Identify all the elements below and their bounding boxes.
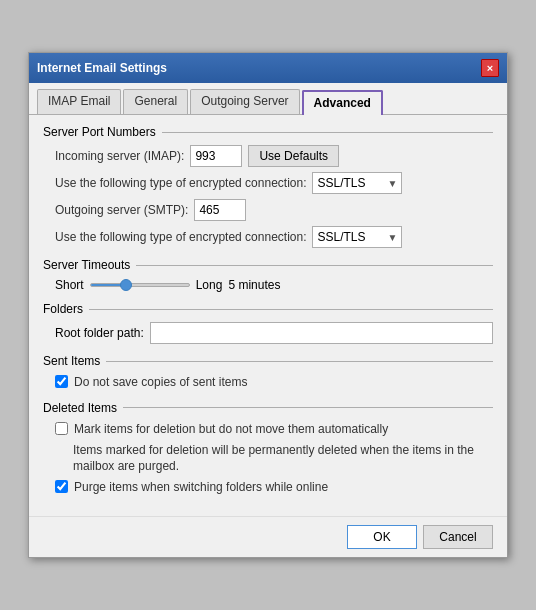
incoming-server-label: Incoming server (IMAP):: [55, 149, 184, 163]
close-button[interactable]: ×: [481, 59, 499, 77]
sent-items-checkbox[interactable]: [55, 375, 68, 388]
chevron-down-icon-2: ▼: [388, 232, 398, 243]
sent-items-section: Sent Items Do not save copies of sent it…: [43, 354, 493, 391]
incoming-server-row: Incoming server (IMAP): Use Defaults: [43, 145, 493, 167]
window-title: Internet Email Settings: [37, 61, 167, 75]
outgoing-server-input[interactable]: [194, 199, 246, 221]
encrypt-row-2: Use the following type of encrypted conn…: [43, 226, 493, 248]
deleted-items-header: Deleted Items: [43, 401, 493, 415]
folders-header: Folders: [43, 302, 493, 316]
tab-bar: IMAP Email General Outgoing Server Advan…: [29, 83, 507, 115]
timeout-row: Short Long 5 minutes: [43, 278, 493, 292]
short-label: Short: [55, 278, 84, 292]
dialog-window: Internet Email Settings × IMAP Email Gen…: [28, 52, 508, 558]
sent-items-checkbox-label: Do not save copies of sent items: [74, 374, 247, 391]
deleted-items-checkbox-label-2: Purge items when switching folders while…: [74, 479, 328, 496]
cancel-button[interactable]: Cancel: [423, 525, 493, 549]
tab-advanced[interactable]: Advanced: [302, 90, 383, 115]
encrypt-value-2: SSL/TLS: [317, 230, 365, 244]
use-defaults-button[interactable]: Use Defaults: [248, 145, 339, 167]
chevron-down-icon-1: ▼: [388, 178, 398, 189]
long-label: Long: [196, 278, 223, 292]
outgoing-server-row: Outgoing server (SMTP):: [43, 199, 493, 221]
incoming-server-input[interactable]: [190, 145, 242, 167]
dialog-footer: OK Cancel: [29, 516, 507, 557]
encrypt-select-1[interactable]: SSL/TLS ▼: [312, 172, 402, 194]
title-bar: Internet Email Settings ×: [29, 53, 507, 83]
timeout-slider[interactable]: [90, 283, 190, 287]
deleted-items-section: Deleted Items Mark items for deletion bu…: [43, 401, 493, 496]
folders-section: Folders Root folder path:: [43, 302, 493, 344]
tab-content: Server Port Numbers Incoming server (IMA…: [29, 115, 507, 516]
root-folder-label: Root folder path:: [55, 326, 144, 340]
root-folder-row: Root folder path:: [43, 322, 493, 344]
sent-items-checkbox-row: Do not save copies of sent items: [43, 374, 493, 391]
tab-imap-email[interactable]: IMAP Email: [37, 89, 121, 114]
server-port-header: Server Port Numbers: [43, 125, 493, 139]
deleted-items-checkbox-2[interactable]: [55, 480, 68, 493]
deleted-items-checkbox-1[interactable]: [55, 422, 68, 435]
duration-label: 5 minutes: [228, 278, 280, 292]
server-port-section: Server Port Numbers Incoming server (IMA…: [43, 125, 493, 248]
deleted-items-info: Items marked for deletion will be perman…: [43, 442, 493, 476]
server-timeouts-section: Server Timeouts Short Long 5 minutes: [43, 258, 493, 292]
tab-outgoing-server[interactable]: Outgoing Server: [190, 89, 299, 114]
tab-general[interactable]: General: [123, 89, 188, 114]
ok-button[interactable]: OK: [347, 525, 417, 549]
encrypt-label-2: Use the following type of encrypted conn…: [55, 230, 306, 244]
root-folder-input[interactable]: [150, 322, 493, 344]
encrypt-label-1: Use the following type of encrypted conn…: [55, 176, 306, 190]
encrypt-select-2[interactable]: SSL/TLS ▼: [312, 226, 402, 248]
sent-items-header: Sent Items: [43, 354, 493, 368]
slider-thumb[interactable]: [120, 279, 132, 291]
deleted-items-checkbox-label-1: Mark items for deletion but do not move …: [74, 421, 388, 438]
server-timeouts-header: Server Timeouts: [43, 258, 493, 272]
deleted-items-checkbox-row-1: Mark items for deletion but do not move …: [43, 421, 493, 438]
encrypt-value-1: SSL/TLS: [317, 176, 365, 190]
outgoing-server-label: Outgoing server (SMTP):: [55, 203, 188, 217]
deleted-items-checkbox-row-2: Purge items when switching folders while…: [43, 479, 493, 496]
encrypt-row-1: Use the following type of encrypted conn…: [43, 172, 493, 194]
slider-track: [90, 283, 190, 287]
